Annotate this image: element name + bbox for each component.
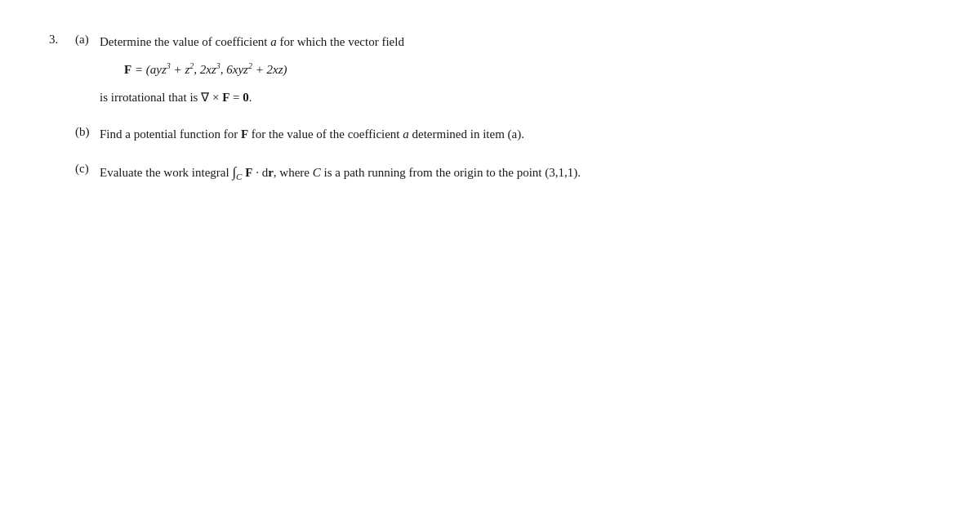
variable-a-b: a <box>403 127 409 141</box>
part-b-label: (b) <box>75 125 95 139</box>
part-c-label: (c) <box>75 162 95 176</box>
part-a-intro: Determine the value of coefficient a for… <box>100 35 404 48</box>
problem-content: (a) Determine the value of coefficient a… <box>75 33 915 202</box>
page: 3. (a) Determine the value of coefficien… <box>0 0 980 235</box>
part-a-text: Determine the value of coefficient a for… <box>100 33 404 107</box>
variable-a: a <box>270 35 277 48</box>
part-c: (c) Evaluate the work integral ∫C F · dr… <box>75 162 915 184</box>
problem-number: 3. <box>49 33 69 202</box>
variable-C: C <box>313 166 321 179</box>
vector-field-formula: F = (ayz3 + z2, 2xz3, 6xyz2 + 2xz) <box>124 60 404 79</box>
part-c-text: Evaluate the work integral ∫C F · dr, wh… <box>100 162 581 184</box>
F-bold: F <box>124 63 131 76</box>
part-a-irrotational: is irrotational that is ∇ × F = 0. <box>100 91 252 104</box>
F-bold-b: F <box>241 127 248 141</box>
dr-bold: r <box>268 166 274 179</box>
part-a-label: (a) <box>75 33 95 47</box>
F-bold-c: F <box>242 166 252 179</box>
problem-3: 3. (a) Determine the value of coefficien… <box>49 33 915 202</box>
part-a: (a) Determine the value of coefficient a… <box>75 33 915 107</box>
part-b-text: Find a potential function for F for the … <box>100 125 524 144</box>
part-b: (b) Find a potential function for F for … <box>75 125 915 144</box>
